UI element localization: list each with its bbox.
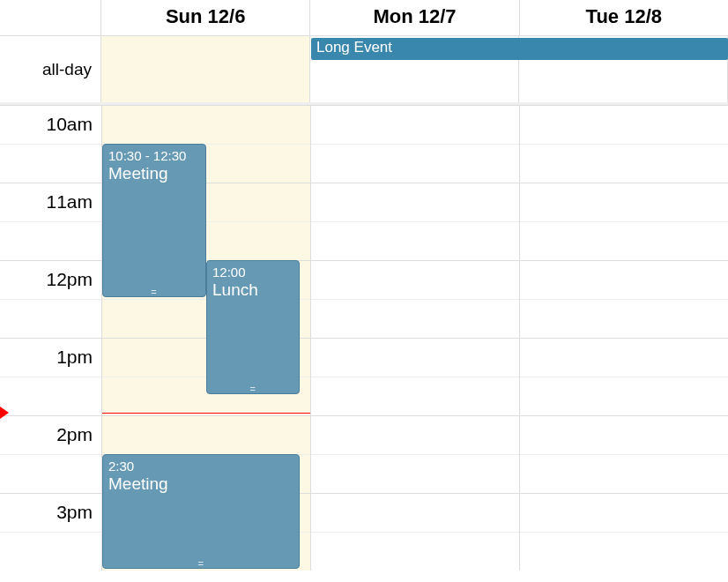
time-slot[interactable] [311, 532, 519, 571]
time-slot[interactable] [520, 532, 728, 571]
header-axis-spacer [0, 0, 101, 35]
day-header[interactable]: Tue 12/8 [520, 0, 728, 35]
hour-label: 3pm [56, 502, 93, 523]
time-slot[interactable] [311, 415, 519, 454]
time-slot[interactable] [520, 338, 728, 377]
time-slot[interactable] [311, 493, 519, 532]
hour-label: 2pm [56, 424, 93, 445]
time-slot[interactable] [311, 454, 519, 493]
time-slot[interactable] [102, 415, 310, 454]
hour-label: 1pm [56, 347, 93, 368]
event-time: 2:30 [108, 459, 293, 474]
time-slot[interactable] [311, 183, 519, 221]
hour-label: 11am [46, 191, 93, 213]
timed-days: 10:30 - 12:30Meeting=12:00Lunch=2:30Meet… [101, 105, 728, 571]
day-column[interactable] [310, 105, 519, 571]
event-title: Meeting [108, 474, 293, 495]
time-axis: 10am11am12pm1pm2pm3pm [0, 105, 101, 571]
event-resize-handle[interactable]: = [207, 385, 299, 392]
day-column[interactable] [519, 105, 728, 571]
event-time: 12:00 [212, 265, 293, 280]
time-slot[interactable] [520, 144, 728, 183]
time-slot[interactable] [311, 377, 519, 415]
calendar-event[interactable]: 10:30 - 12:30Meeting= [102, 144, 206, 297]
day-header[interactable]: Sun 12/6 [101, 0, 310, 35]
event-title: Lunch [212, 280, 293, 301]
event-resize-handle[interactable]: = [103, 560, 299, 567]
time-slot[interactable] [520, 183, 728, 221]
time-slot[interactable] [520, 377, 728, 415]
hour-label: 10am [46, 114, 93, 135]
calendar: Sun 12/6 Mon 12/7 Tue 12/8 all-day Long … [0, 0, 728, 571]
time-slot[interactable] [520, 221, 728, 260]
time-slot[interactable] [311, 260, 519, 299]
all-day-cell[interactable] [101, 36, 310, 102]
time-slot[interactable] [520, 260, 728, 299]
all-day-row: all-day Long Event [0, 36, 728, 105]
time-slot[interactable] [311, 299, 519, 338]
time-slot[interactable] [520, 454, 728, 493]
time-slot[interactable] [520, 105, 728, 144]
time-slot[interactable] [520, 493, 728, 532]
time-slot[interactable] [311, 144, 519, 183]
time-slot[interactable] [520, 415, 728, 454]
all-day-days: Long Event [101, 36, 728, 102]
time-slot[interactable] [311, 338, 519, 377]
all-day-label: all-day [0, 36, 101, 102]
all-day-event[interactable]: Long Event [311, 38, 728, 60]
now-indicator-line [102, 413, 310, 414]
now-indicator-arrow [0, 407, 9, 419]
day-column[interactable]: 10:30 - 12:30Meeting=12:00Lunch=2:30Meet… [101, 105, 310, 571]
day-header-row: Sun 12/6 Mon 12/7 Tue 12/8 [0, 0, 728, 36]
time-slot[interactable] [520, 299, 728, 338]
time-slot[interactable] [311, 221, 519, 260]
event-resize-handle[interactable]: = [103, 288, 205, 295]
calendar-event[interactable]: 12:00Lunch= [206, 260, 300, 394]
event-time: 10:30 - 12:30 [108, 148, 200, 164]
timed-grid: 10am11am12pm1pm2pm3pm 10:30 - 12:30Meeti… [0, 105, 728, 571]
calendar-event[interactable]: 2:30Meeting= [102, 454, 300, 569]
time-slot[interactable] [311, 105, 519, 144]
day-header[interactable]: Mon 12/7 [310, 0, 519, 35]
time-slot[interactable] [102, 105, 310, 144]
hour-label: 12pm [46, 269, 93, 290]
event-title: Meeting [108, 164, 200, 184]
